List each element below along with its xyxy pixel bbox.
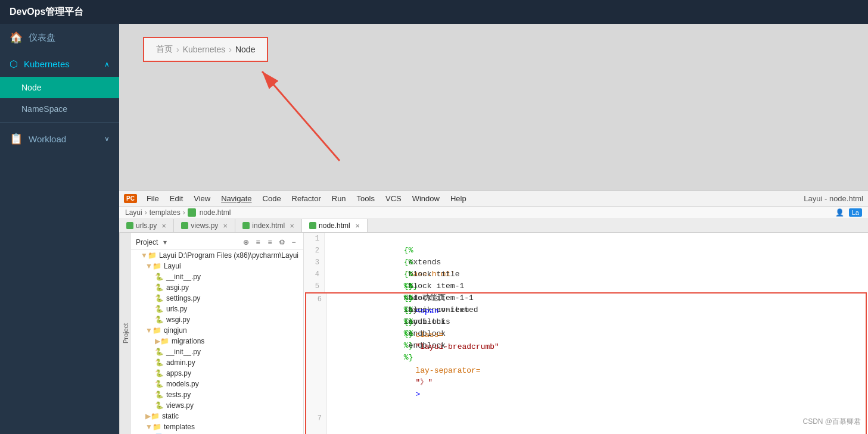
- menu-vcs[interactable]: VCS: [381, 193, 406, 204]
- line-content-4: {% block item-1-1 %} layui-this {% endbl…: [325, 268, 868, 280]
- tree-label-templates: templates: [164, 423, 195, 431]
- line-num-4: 4: [304, 268, 325, 280]
- py-icon-apps: 🐍: [155, 369, 164, 377]
- tree-label-init: __init__.py: [166, 273, 201, 281]
- tab-label-index: index.html: [252, 221, 285, 230]
- code-line-2: 2 {% block title %} node功能页 {% endblock …: [304, 245, 868, 257]
- csdn-watermark: CSDN @百慕卿君: [802, 417, 861, 427]
- tree-item-qingjun[interactable]: ▼📁 qingjun: [131, 325, 303, 336]
- tree-item-tests[interactable]: 🐍 tests.py: [131, 389, 303, 400]
- tree-btn-minimize[interactable]: −: [289, 238, 298, 247]
- ide-breadcrumb-layui: Layui: [125, 208, 142, 217]
- folder-icon-layui: ▼📁: [145, 262, 161, 270]
- menu-code[interactable]: Code: [258, 193, 286, 204]
- tab-close-node[interactable]: ✕: [355, 223, 360, 229]
- ide-tabs: urls.py ✕ views.py ✕ index.html ✕: [119, 219, 868, 233]
- user-icon: 👤: [835, 208, 844, 217]
- tree-item-admin[interactable]: 🐍 admin.py: [131, 357, 303, 368]
- top-section: 首页 › Kubernetes › Node: [119, 24, 868, 191]
- tree-item-layui[interactable]: ▼📁 Layui: [131, 261, 303, 271]
- home-icon: 🏠: [10, 31, 23, 44]
- app-title: DevOps管理平台: [10, 6, 83, 18]
- sidebar-sub-item-node-label: Node: [21, 83, 41, 92]
- menu-view[interactable]: View: [189, 193, 215, 204]
- menu-help[interactable]: Help: [446, 193, 471, 204]
- ide-window-title: Layui - node.html: [804, 194, 863, 203]
- menu-tools[interactable]: Tools: [352, 193, 379, 204]
- line-content-5: {% block context %}: [325, 280, 868, 292]
- code-line-7: 7 <a href= "#" > 首页 </a>: [306, 413, 866, 434]
- tab-close-views[interactable]: ✕: [223, 223, 228, 229]
- breadcrumb-sep-1: ›: [176, 45, 179, 54]
- sidebar-sub-item-node[interactable]: Node: [0, 77, 119, 98]
- tree-label-urls: urls.py: [166, 305, 187, 313]
- tree-item-init[interactable]: 🐍 __init__.py: [131, 271, 303, 282]
- tab-index[interactable]: index.html ✕: [235, 219, 302, 232]
- sidebar-item-workload[interactable]: 📋 Workload ∨: [0, 125, 119, 152]
- tree-item-q-init[interactable]: 🐍 __init__.py: [131, 346, 303, 357]
- sidebar-sub-item-namespace[interactable]: NameSpace: [0, 98, 119, 120]
- ide-logo: PC: [124, 194, 137, 203]
- menu-file[interactable]: File: [142, 193, 164, 204]
- tree-btn-add[interactable]: ⊕: [241, 238, 251, 247]
- tree-item-models[interactable]: 🐍 models.py: [131, 379, 303, 389]
- py-icon-q-init: 🐍: [155, 348, 164, 356]
- tab-views[interactable]: views.py ✕: [174, 219, 235, 232]
- breadcrumb-sep-2: ›: [229, 45, 232, 54]
- tree-item-asgi[interactable]: 🐍 asgi.py: [131, 282, 303, 293]
- sidebar-item-kubernetes[interactable]: ⬡ Kubernetes ∧: [0, 51, 119, 77]
- highlighted-code-block: 6 <span class= "layui-breadcrumb" lay-se…: [305, 292, 867, 434]
- py-icon-wsgi: 🐍: [155, 316, 164, 324]
- tree-item-layui-root[interactable]: ▼📁 Layui D:\Program Files (x86)\pycharm\…: [131, 250, 303, 261]
- tab-icon-urls: [126, 222, 133, 229]
- tree-btn-collapse[interactable]: ≡: [265, 238, 275, 247]
- tab-urls[interactable]: urls.py ✕: [119, 219, 174, 232]
- menu-window[interactable]: Window: [407, 193, 444, 204]
- folder-icon-templates: ▼📁: [145, 423, 161, 431]
- folder-icon-layui-root: ▼📁: [141, 251, 157, 260]
- line-content-2: {% block title %} node功能页 {% endblock %}: [325, 245, 868, 257]
- breadcrumb: 首页 › Kubernetes › Node: [143, 37, 268, 62]
- tree-label-layui-root: Layui D:\Program Files (x86)\pycharm\Lay…: [159, 251, 298, 260]
- menu-refactor[interactable]: Refactor: [287, 193, 326, 204]
- menu-edit[interactable]: Edit: [165, 193, 188, 204]
- tab-close-urls[interactable]: ✕: [161, 223, 166, 229]
- line-content-1: {% extends 'base.html' %}: [325, 233, 868, 245]
- ide-breadcrumb-right: 👤 La: [835, 208, 862, 217]
- tree-btn-chevron: ▾: [160, 238, 170, 247]
- folder-icon-static: ▶📁: [145, 412, 160, 420]
- tree-item-settings[interactable]: 🐍 settings.py: [131, 293, 303, 304]
- tab-node[interactable]: node.html ✕: [302, 219, 368, 232]
- chevron-up-icon: ∧: [104, 60, 110, 68]
- tab-icon-views: [181, 222, 188, 229]
- menu-run[interactable]: Run: [327, 193, 351, 204]
- tree-btn-expand[interactable]: ≡: [253, 238, 263, 247]
- tree-label-layui: Layui: [164, 262, 181, 270]
- tree-item-views[interactable]: 🐍 views.py: [131, 400, 303, 411]
- tree-label-views: views.py: [166, 401, 194, 410]
- tree-btn-settings[interactable]: ⚙: [277, 238, 287, 247]
- sidebar-item-dashboard[interactable]: 🏠 仪表盘: [0, 24, 119, 51]
- ide-breadcrumb-path: Layui › templates › node.html 👤 La: [119, 207, 868, 219]
- tab-label-node: node.html: [319, 221, 350, 230]
- ide-menu-bar: PC File Edit View Navigate Code Refactor…: [119, 191, 868, 207]
- tree-item-static[interactable]: ▶📁 static: [131, 411, 303, 421]
- tree-label-asgi: asgi.py: [166, 283, 189, 292]
- ide-breadcrumb-templates: templates: [150, 208, 181, 217]
- folder-icon-qingjun: ▼📁: [145, 326, 161, 335]
- code-line-5: 5 {% block context %}: [304, 280, 868, 292]
- top-bar: DevOps管理平台: [0, 0, 868, 24]
- code-editor[interactable]: 1 {% extends 'base.html' %} 2: [304, 233, 868, 434]
- tree-item-templates[interactable]: ▼📁 templates: [131, 421, 303, 432]
- py-icon-tests: 🐍: [155, 391, 164, 399]
- tree-item-wsgi[interactable]: 🐍 wsgi.py: [131, 314, 303, 325]
- menu-navigate[interactable]: Navigate: [216, 193, 256, 204]
- tree-toolbar: Project ▾ ⊕ ≡ ≡ ⚙ −: [131, 235, 303, 250]
- tab-close-index[interactable]: ✕: [290, 223, 294, 229]
- tree-item-migrations[interactable]: ▶📁 migrations: [131, 336, 303, 346]
- tree-label-tests: tests.py: [166, 391, 191, 399]
- tree-item-urls[interactable]: 🐍 urls.py: [131, 304, 303, 314]
- tree-item-apps[interactable]: 🐍 apps.py: [131, 368, 303, 379]
- tree-label-models: models.py: [166, 380, 199, 388]
- breadcrumb-item-node: Node: [235, 45, 255, 54]
